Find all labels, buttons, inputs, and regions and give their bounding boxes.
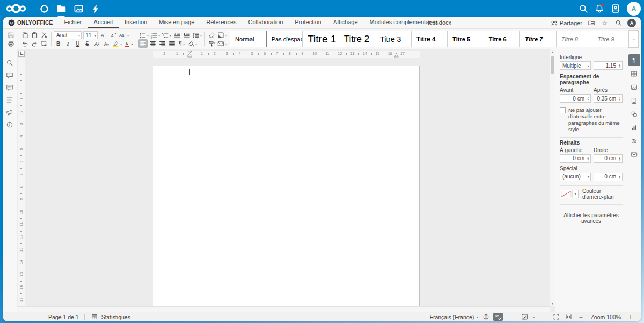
- set-document-language-button[interactable]: [481, 313, 491, 321]
- mail-merge-settings-button[interactable]: [628, 148, 640, 160]
- decrease-font-size-button[interactable]: A: [109, 31, 118, 39]
- favorite-button[interactable]: ☆: [601, 19, 609, 27]
- bullets-button[interactable]: ▾: [138, 31, 149, 39]
- document-canvas[interactable]: 123456789101112131415161712 123456789101…: [17, 49, 555, 312]
- spinner-arrows-icon[interactable]: ▴▾: [586, 156, 590, 161]
- tab-collaboration[interactable]: Collaboration: [243, 17, 289, 28]
- print-button[interactable]: [6, 39, 16, 48]
- underline-button[interactable]: U: [73, 39, 82, 48]
- scroll-down-icon[interactable]: ▼: [550, 302, 555, 305]
- style-normal[interactable]: Normal: [230, 31, 267, 47]
- strikethrough-button[interactable]: S: [83, 39, 92, 48]
- tab-protection[interactable]: Protection: [289, 17, 327, 28]
- align-left-button[interactable]: [138, 39, 148, 48]
- spinner-arrows-icon[interactable]: ▴▾: [617, 63, 622, 68]
- font-size-combo[interactable]: 11▾: [83, 31, 98, 39]
- scrollbar-thumb[interactable]: [551, 56, 554, 74]
- unified-search-button[interactable]: [575, 0, 591, 17]
- nextcloud-logo-icon[interactable]: [5, 3, 27, 15]
- highlight-color-button[interactable]: ▾: [112, 39, 122, 48]
- special-amount-spinner[interactable]: 0 cm ▴▾: [594, 173, 623, 181]
- font-color-button[interactable]: A▾: [123, 39, 134, 48]
- paragraph-settings-button[interactable]: ¶: [628, 54, 640, 66]
- vertical-ruler[interactable]: 1234567891011121314151617: [18, 58, 25, 306]
- vertical-scrollbar[interactable]: ▲ ▼: [550, 49, 555, 306]
- tab-insertion[interactable]: Insertion: [119, 17, 153, 28]
- bold-button[interactable]: B: [54, 39, 63, 48]
- align-right-button[interactable]: [158, 39, 167, 48]
- contacts-app-button[interactable]: [35, 0, 53, 17]
- style-titre-6[interactable]: Titre 6: [484, 31, 521, 47]
- table-settings-button[interactable]: [628, 68, 640, 80]
- increase-indent-button[interactable]: [182, 31, 191, 39]
- line-spacing-button[interactable]: ▾: [192, 31, 202, 39]
- decrease-indent-button[interactable]: [172, 31, 181, 39]
- editor-avatar[interactable]: A: [627, 19, 636, 27]
- clear-style-button[interactable]: [207, 31, 216, 39]
- indent-markers-icon[interactable]: [187, 51, 192, 58]
- style-titre-9[interactable]: Titre 9: [592, 31, 629, 47]
- fit-page-button[interactable]: [551, 313, 561, 321]
- mail-merge-button[interactable]: ▾: [217, 39, 228, 48]
- spinner-arrows-icon[interactable]: ▴▾: [617, 175, 622, 179]
- paragraph-shading-button[interactable]: ▾: [187, 39, 197, 48]
- zoom-out-button[interactable]: −: [576, 313, 586, 321]
- increase-font-size-button[interactable]: A: [99, 31, 108, 39]
- files-app-button[interactable]: [53, 0, 70, 17]
- subscript-button[interactable]: A₂: [102, 39, 111, 48]
- align-center-button[interactable]: [148, 39, 157, 48]
- spinner-arrows-icon[interactable]: ▴▾: [617, 96, 622, 101]
- user-avatar[interactable]: A: [627, 2, 641, 16]
- chart-settings-button[interactable]: [628, 121, 640, 133]
- chat-button[interactable]: [3, 81, 16, 94]
- save-button[interactable]: [6, 31, 16, 39]
- shading-color-button[interactable]: ▾: [217, 31, 228, 39]
- indent-left-spinner[interactable]: 0 cm ▴▾: [560, 154, 591, 163]
- textart-settings-button[interactable]: Ta: [628, 135, 640, 147]
- spacing-before-spinner[interactable]: 0 cm ▴▾: [560, 94, 591, 103]
- photos-app-button[interactable]: [70, 0, 87, 17]
- line-spacing-amount-spinner[interactable]: 1.15 ▴▾: [594, 61, 623, 70]
- style-titre-2[interactable]: Titre 2: [339, 31, 376, 47]
- spacing-after-spinner[interactable]: 0.35 cm ▴▾: [594, 94, 623, 103]
- shape-settings-button[interactable]: [628, 108, 640, 120]
- track-changes-button[interactable]: [519, 313, 529, 321]
- search-button[interactable]: [614, 19, 623, 27]
- copy-button[interactable]: [20, 31, 30, 39]
- find-and-replace-button[interactable]: [3, 56, 16, 69]
- numbering-button[interactable]: 123▾: [150, 31, 160, 39]
- style-titre-4[interactable]: Titre 4: [411, 31, 448, 47]
- style-titre-8[interactable]: Titre 8: [556, 31, 593, 47]
- paste-button[interactable]: [30, 31, 39, 39]
- feedback-button[interactable]: [3, 106, 16, 118]
- headers-footers-settings-button[interactable]: [628, 95, 640, 106]
- background-color-picker[interactable]: ▾: [560, 190, 579, 198]
- navigation-button[interactable]: [3, 94, 16, 106]
- contacts-menu-button[interactable]: [608, 0, 624, 17]
- indent-right-spinner[interactable]: 0 cm ▴▾: [594, 154, 623, 163]
- comments-button[interactable]: [3, 69, 16, 81]
- style-titre-5[interactable]: Titre 5: [447, 31, 484, 47]
- spinner-arrows-icon[interactable]: ▴▾: [586, 96, 590, 101]
- tab-references[interactable]: Références: [200, 17, 242, 28]
- scroll-up-icon[interactable]: ▲: [550, 51, 555, 54]
- undo-button[interactable]: [20, 39, 30, 48]
- align-justify-button[interactable]: [167, 39, 177, 48]
- cut-button[interactable]: [40, 31, 49, 39]
- select-all-button[interactable]: [40, 39, 49, 48]
- document-language-button[interactable]: Français (France)▾: [429, 314, 478, 320]
- image-settings-button[interactable]: [628, 81, 640, 93]
- copy-style-button[interactable]: [207, 39, 216, 48]
- style-titre-1[interactable]: Titre 1: [302, 31, 339, 47]
- page-number-label[interactable]: Page 1 de 1: [48, 314, 79, 320]
- styles-more-button[interactable]: ⌄: [628, 30, 639, 48]
- style-pas-d-espace[interactable]: Pas d'espace: [266, 31, 303, 47]
- tab-affichage[interactable]: Affichage: [327, 17, 364, 28]
- open-file-location-button[interactable]: [587, 19, 596, 27]
- nonprinting-characters-button[interactable]: ¶▾: [177, 39, 186, 48]
- style-titre-7[interactable]: Titre 7: [519, 31, 557, 47]
- statistics-label[interactable]: Statistiques: [101, 314, 130, 320]
- multilevel-list-button[interactable]: ▾: [161, 31, 172, 39]
- horizontal-ruler[interactable]: 123456789101112131415161712: [153, 51, 420, 58]
- special-select[interactable]: (aucun) ▾: [560, 173, 591, 181]
